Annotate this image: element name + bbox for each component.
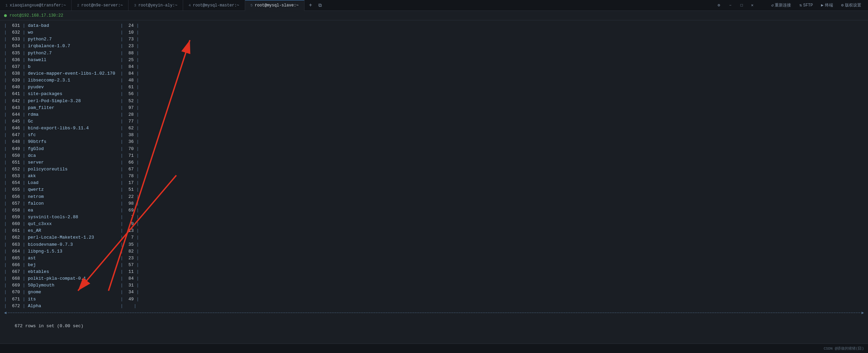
- table-row: | 661 | es_AR | 13 |: [4, 227, 864, 234]
- table-row: | 631 | data-bad | 24 |: [4, 22, 864, 29]
- table-row: | 659 | sysvinit-tools-2.88 | 7 |: [4, 214, 864, 221]
- tab-1-label: xiaoqiangxue@transfer:~: [10, 3, 66, 8]
- minimize-button[interactable]: －: [726, 2, 735, 9]
- summary-line: 672 rows in set (0.00 sec): [4, 316, 864, 336]
- table-row: | 637 | b | 84 |: [4, 63, 864, 70]
- table-row: | 651 | server | 66 |: [4, 159, 864, 166]
- tab-3[interactable]: 3 root@yeyin-aly:~: [129, 0, 183, 11]
- connection-status-dot: [4, 14, 7, 17]
- table-row: | 666 | bej | 57 |: [4, 262, 864, 268]
- tab-1[interactable]: 1 xiaoqiangxue@transfer:~: [0, 0, 72, 11]
- table-row: | 635 | python2.7 | 88 |: [4, 50, 864, 57]
- tab-3-label: root@yeyin-aly:~: [138, 3, 177, 8]
- terminal-icon: ▶: [821, 3, 824, 8]
- settings-icon: ⚙: [841, 3, 844, 8]
- table-row: | 649 | fgGIod | 70 |: [4, 146, 864, 152]
- table-row: | 632 | wo | 10 |: [4, 29, 864, 36]
- table-row: | 668 | polkit-pkla-compat-0.1 | 84 |: [4, 275, 864, 282]
- tab-actions: + ⧉: [306, 1, 325, 10]
- table-row: | 636 | haswell | 25 |: [4, 57, 864, 63]
- table-row: | 645 | Gc | 77 |: [4, 118, 864, 125]
- connection-bar: root@192.168.17.130:22: [0, 11, 868, 20]
- terminal-button[interactable]: ▶ 终端: [818, 2, 836, 9]
- table-row: | 653 | akk | 78 |: [4, 173, 864, 180]
- tab-4-num: 4: [189, 3, 191, 7]
- close-button[interactable]: ✕: [748, 2, 756, 8]
- table-row: | 654 | Load | 17 |: [4, 180, 864, 186]
- scroll-left-arrow: ◀: [4, 310, 6, 315]
- tab-4[interactable]: 4 root@mysql-master:~: [183, 0, 245, 11]
- table-row: | 642 | perl-Pod-Simple-3.28 | 52 |: [4, 98, 864, 105]
- reconnect-icon: ↺: [771, 3, 773, 8]
- table-row: | 656 | netrom | 22 |: [4, 193, 864, 200]
- table-row: | 664 | libpng-1.5.13 | 82 |: [4, 248, 864, 255]
- table-row: | 671 | its | 49 |: [4, 296, 864, 303]
- table-row: | 658 | ea | 69 |: [4, 207, 864, 214]
- scrollbar-area[interactable]: ◀ ▶: [4, 310, 864, 315]
- tab-4-label: root@mysql-master:~: [193, 3, 239, 8]
- table-row: | 639 | libseccomp-2.3.1 | 48 |: [4, 77, 864, 84]
- tab-5-label: root@mysql-slave:~: [255, 3, 299, 8]
- table-row: | 663 | biosdevname-0.7.3 | 35 |: [4, 241, 864, 248]
- table-row: | 672 | Alpha | |: [4, 303, 864, 310]
- scroll-right-arrow: ▶: [862, 310, 864, 315]
- table-row: | 641 | site-packages | 56 |: [4, 91, 864, 97]
- settings-button[interactable]: ⚙ 版权设置: [839, 2, 864, 9]
- table-row: | 652 | policycoreutils | 67 |: [4, 166, 864, 173]
- terminal-label: 终端: [825, 2, 833, 8]
- table-row: | 638 | device-mapper-event-libs-1.02.17…: [4, 70, 864, 77]
- summary-text: 672 rows in set (0.00 sec): [15, 323, 83, 329]
- reconnect-label: 重新连接: [775, 2, 791, 8]
- table-row: | 655 | qwertz | 51 |: [4, 186, 864, 193]
- table-row: | 643 | pam_filter | 97 |: [4, 105, 864, 111]
- table-row: | 647 | sfc | 38 |: [4, 132, 864, 138]
- tab-2-num: 2: [77, 3, 79, 7]
- table-row: | 657 | falcon | 98 |: [4, 200, 864, 207]
- sftp-button[interactable]: ⇅ SFTP: [796, 2, 815, 8]
- tab-1-num: 1: [5, 3, 8, 7]
- maximize-button[interactable]: □: [738, 2, 746, 8]
- sftp-label: SFTP: [803, 3, 813, 8]
- settings-icon-button[interactable]: ⚙: [715, 2, 723, 8]
- table-row: | 670 | gnome | 34 |: [4, 289, 864, 296]
- sftp-icon: ⇅: [799, 3, 802, 8]
- status-bar: CSDN @骄做的猪猪(囧): [0, 343, 868, 353]
- table-row: | 634 | irqbalance-1.0.7 | 23 |: [4, 43, 864, 50]
- table-row: | 646 | bind-export-libs-9.11.4 | 62 |: [4, 125, 864, 132]
- toolbar-right: ⚙ － □ ✕ ↺ 重新连接 ⇅ SFTP ▶ 终端 ⚙ 版权设置: [715, 2, 868, 9]
- table-row: | 640 | pyudev | 61 |: [4, 84, 864, 91]
- status-label: CSDN @骄做的猪猪(囧): [824, 346, 864, 351]
- connection-host: root@192.168.17.130:22: [9, 13, 63, 18]
- tab-bar: 1 xiaoqiangxue@transfer:~ 2 root@n9e-ser…: [0, 0, 868, 11]
- settings-label: 版权设置: [845, 2, 861, 8]
- table-row: | 650 | dca | 71 |: [4, 152, 864, 159]
- tab-2-label: root@n9e-server:~: [81, 3, 123, 8]
- new-window-button[interactable]: ⧉: [315, 1, 325, 10]
- table-row: | 633 | python2.7 | 73 |: [4, 36, 864, 43]
- tab-3-num: 3: [134, 3, 136, 7]
- table-row: | 667 | ebtables | 11 |: [4, 268, 864, 275]
- tab-5-num: 5: [251, 3, 253, 7]
- table-row: | 662 | perl-Locale-Maketext-1.23 | 7 |: [4, 234, 864, 241]
- table-row: | 644 | rdma | 28 |: [4, 111, 864, 118]
- table-row: | 648 | 90btrfs | 36 |: [4, 138, 864, 145]
- table-row: | 660 | qut_c3xxx | 9 |: [4, 221, 864, 227]
- terminal[interactable]: | 631 | data-bad | 24 || 632 | wo | 10 |…: [0, 20, 868, 343]
- table-row: | 665 | ast | 23 |: [4, 255, 864, 262]
- reconnect-button[interactable]: ↺ 重新连接: [768, 2, 794, 9]
- prompt-line: mysql>: [4, 338, 864, 343]
- tab-2[interactable]: 2 root@n9e-server:~: [72, 0, 129, 11]
- table-row: | 669 | 50plymouth | 31 |: [4, 282, 864, 289]
- add-tab-button[interactable]: +: [306, 1, 315, 10]
- tab-5[interactable]: 5 root@mysql-slave:~: [245, 0, 304, 11]
